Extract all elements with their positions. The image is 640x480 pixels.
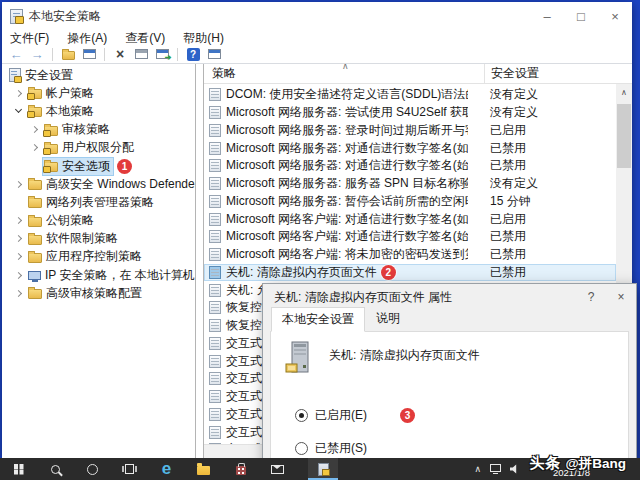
- back-arrow-icon[interactable]: ←: [8, 47, 24, 62]
- export-list-icon[interactable]: [154, 47, 170, 62]
- radio-option[interactable]: 已启用(E) 3: [295, 407, 628, 424]
- local-security-policy-taskbar-button[interactable]: [308, 458, 338, 480]
- tree-item-icon: [28, 271, 41, 280]
- dialog-close-button[interactable]: ×: [606, 284, 636, 310]
- expander-icon[interactable]: [12, 110, 27, 112]
- cortana-button[interactable]: [74, 458, 111, 480]
- menu-item[interactable]: 文件(F): [10, 31, 49, 45]
- console-window-icon[interactable]: [206, 47, 222, 62]
- policy-row[interactable]: Microsoft 网络服务器: 登录时间过期后断开与客户端的连接 已启用: [204, 122, 616, 140]
- minimize-button[interactable]: –: [530, 2, 564, 31]
- help-icon[interactable]: ?: [185, 47, 201, 62]
- dialog-tab[interactable]: 本地安全设置: [271, 307, 365, 332]
- expander-icon[interactable]: [28, 164, 43, 169]
- policy-row[interactable]: Microsoft 网络服务器: 对通信进行数字签名(如果客户端允... 已禁用: [204, 139, 616, 157]
- title-bar[interactable]: 本地安全策略 – □ ×: [2, 2, 632, 31]
- policy-row[interactable]: Microsoft 网络服务器: 尝试使用 S4U2Self 获取声明信息 没有…: [204, 104, 616, 122]
- tree-item[interactable]: 安全设置: [2, 66, 195, 84]
- expander-icon[interactable]: [12, 273, 27, 278]
- watermark: 头条 @拼Bang: [529, 454, 626, 473]
- scroll-up-icon[interactable]: ∧: [616, 84, 632, 100]
- tree-item[interactable]: 本地策略: [2, 102, 195, 120]
- radio-group: 已启用(E) 3 已禁用(S): [271, 407, 628, 457]
- policy-setting: 没有定义: [490, 86, 538, 103]
- chevron-up-icon[interactable]: ∧: [474, 465, 481, 474]
- tree-item[interactable]: 用户权限分配: [2, 139, 195, 157]
- volume-icon[interactable]: [510, 464, 520, 474]
- column-header-setting[interactable]: 安全设置: [485, 65, 539, 82]
- expander-icon[interactable]: [12, 254, 27, 259]
- tree-item[interactable]: 软件限制策略: [2, 230, 195, 248]
- tree-item-icon: [28, 253, 42, 263]
- properties-window-icon[interactable]: [133, 47, 149, 62]
- policy-setting: 已禁用: [490, 157, 526, 174]
- start-button[interactable]: [0, 458, 37, 480]
- radio-label: 已启用(E): [315, 407, 367, 424]
- tree-item[interactable]: 审核策略: [2, 121, 195, 139]
- expander-icon[interactable]: [28, 145, 43, 150]
- pane-divider[interactable]: [196, 64, 203, 458]
- forward-arrow-icon[interactable]: →: [29, 47, 45, 62]
- expander-icon[interactable]: [12, 182, 27, 187]
- file-explorer-button[interactable]: [185, 458, 222, 480]
- expander-icon[interactable]: [12, 291, 27, 296]
- policy-row[interactable]: Microsoft 网络服务器: 对通信进行数字签名(始终) 已禁用: [204, 157, 616, 175]
- policy-name: Microsoft 网络服务器: 尝试使用 S4U2Self 获取声明信息: [226, 104, 468, 121]
- policy-row[interactable]: 关机: 清除虚拟内存页面文件 2 已禁用: [204, 264, 616, 282]
- show-console-window-icon[interactable]: [81, 47, 97, 62]
- tree-item-label: 安全选项: [62, 159, 110, 174]
- expander-icon[interactable]: [12, 236, 27, 241]
- edge-button[interactable]: e: [148, 458, 185, 480]
- search-button[interactable]: [37, 458, 74, 480]
- menu-item[interactable]: 帮助(H): [183, 31, 224, 45]
- policy-setting: 已禁用: [490, 246, 526, 263]
- dialog-tab[interactable]: 说明: [365, 306, 411, 331]
- toolbar-separator: [104, 48, 105, 61]
- tree-item-icon: [28, 217, 42, 227]
- close-button[interactable]: ×: [598, 2, 632, 31]
- radio-icon[interactable]: [295, 409, 308, 422]
- radio-icon[interactable]: [295, 442, 308, 455]
- scrollbar-thumb[interactable]: [617, 104, 631, 168]
- policy-tree-pane: 安全设置 帐户策略: [2, 64, 196, 458]
- policy-setting: 已禁用: [490, 264, 526, 281]
- dialog-help-button[interactable]: ?: [576, 284, 606, 310]
- policy-properties-dialog: 关机: 清除虚拟内存页面文件 属性 ? × 本地安全设置说明 关: [262, 283, 637, 480]
- export-folder-icon[interactable]: [60, 47, 76, 62]
- task-view-button[interactable]: [111, 458, 148, 480]
- policy-name: Microsoft 网络服务器: 登录时间过期后断开与客户端的连接: [226, 122, 468, 139]
- policy-row[interactable]: Microsoft 网络客户端: 对通信进行数字签名(始终) 已禁用: [204, 228, 616, 246]
- expander-icon[interactable]: [12, 91, 27, 96]
- tree-item[interactable]: 高级安全 Windows Defender 防火墙: [2, 175, 195, 193]
- tree-item[interactable]: 应用程序控制策略: [2, 248, 195, 266]
- policy-row[interactable]: Microsoft 网络客户端: 将未加密的密码发送到第三方 SMB... 已禁…: [204, 246, 616, 264]
- policy-doc-icon: [209, 301, 221, 314]
- desktop: 本地安全策略 – □ × 文件(F)操作(A)查看(V)帮助(H) ← → × …: [0, 0, 640, 480]
- mail-icon: [271, 465, 284, 474]
- tree-item[interactable]: 公钥策略: [2, 212, 195, 230]
- policy-row[interactable]: Microsoft 网络服务器: 暂停会话前所需的空闲时间数量 15 分钟: [204, 193, 616, 211]
- tree-item[interactable]: 网络列表管理器策略: [2, 193, 195, 211]
- mail-button[interactable]: [259, 458, 296, 480]
- store-button[interactable]: [222, 458, 259, 480]
- tree-item[interactable]: 帐户策略: [2, 84, 195, 102]
- menu-item[interactable]: 操作(A): [67, 31, 107, 45]
- window-title: 本地安全策略: [29, 8, 101, 25]
- policy-row[interactable]: Microsoft 网络客户端: 对通信进行数字签名(如果服务器允... 已启用: [204, 210, 616, 228]
- network-icon[interactable]: [490, 464, 501, 472]
- policy-row[interactable]: DCOM: 使用安全描述符定义语言(SDDL)语法的计算机启动... 没有定义: [204, 86, 616, 104]
- expander-icon[interactable]: [12, 200, 27, 205]
- tree-item[interactable]: IP 安全策略，在 本地计算机: [2, 266, 195, 284]
- maximize-button[interactable]: □: [564, 2, 598, 31]
- policy-doc-icon: [209, 266, 221, 279]
- tree-item-icon: [9, 68, 21, 82]
- policy-row[interactable]: Microsoft 网络服务器: 服务器 SPN 目标名称验证级别 没有定义: [204, 175, 616, 193]
- tree-item[interactable]: 高级审核策略配置: [2, 284, 195, 302]
- list-header: 策略 安全设置: [204, 64, 632, 84]
- delete-icon[interactable]: ×: [112, 47, 128, 62]
- menu-item[interactable]: 查看(V): [125, 31, 165, 45]
- tree-item[interactable]: 安全选项 1: [2, 157, 195, 175]
- expander-icon[interactable]: [28, 127, 43, 132]
- expander-icon[interactable]: [12, 218, 27, 223]
- tree-item-label: 高级审核策略配置: [46, 286, 142, 301]
